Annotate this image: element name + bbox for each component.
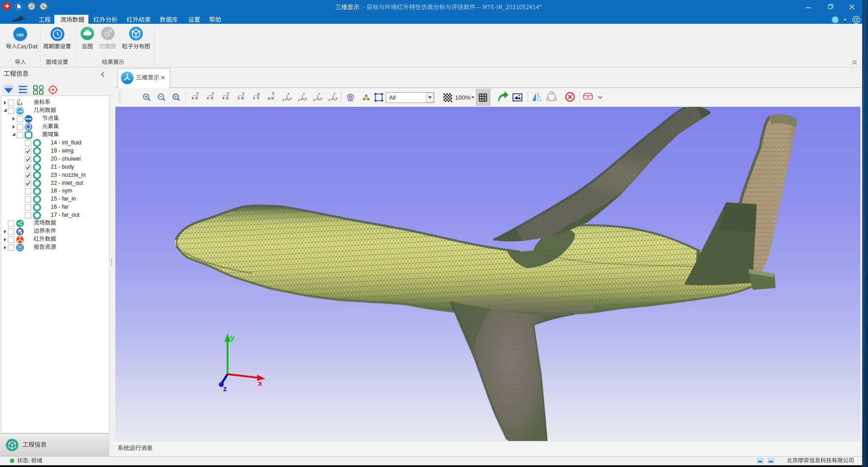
svg-text:x: x: [305, 97, 307, 100]
svg-text:Y: Y: [211, 92, 214, 96]
svg-text:Y: Y: [303, 92, 305, 96]
svg-text:Y: Y: [318, 92, 320, 96]
svg-text:x: x: [258, 379, 263, 388]
svg-text:z: z: [223, 384, 227, 393]
svg-text:x: x: [257, 92, 259, 96]
svg-text:x: x: [336, 97, 338, 100]
svg-text:x: x: [272, 96, 274, 100]
svg-text:z: z: [329, 98, 330, 101]
svg-text:Y: Y: [271, 91, 275, 96]
svg-text:x: x: [320, 97, 322, 100]
svg-text:z: z: [298, 98, 300, 101]
svg-text:x: x: [210, 96, 213, 100]
svg-text:z: z: [283, 98, 285, 101]
svg-text:z: z: [226, 96, 228, 100]
svg-text:Y: Y: [227, 92, 229, 96]
svg-text:z: z: [237, 96, 240, 100]
svg-text:y: y: [230, 333, 235, 342]
svg-text:Y: Y: [288, 92, 290, 96]
svg-text:Y: Y: [196, 92, 199, 96]
svg-text:x: x: [192, 96, 194, 100]
svg-text:z: z: [207, 96, 209, 100]
svg-text:z: z: [195, 96, 197, 100]
svg-text:z: z: [253, 96, 255, 100]
svg-text:Y: Y: [242, 92, 245, 96]
svg-text:x: x: [290, 97, 292, 100]
svg-text:100%: 100%: [455, 94, 471, 101]
svg-text:x: x: [241, 96, 243, 100]
svg-text:x: x: [222, 96, 224, 100]
svg-text:Y: Y: [333, 92, 336, 96]
svg-text:z: z: [268, 96, 270, 100]
svg-text:All: All: [389, 94, 396, 101]
svg-text:z: z: [313, 98, 315, 101]
